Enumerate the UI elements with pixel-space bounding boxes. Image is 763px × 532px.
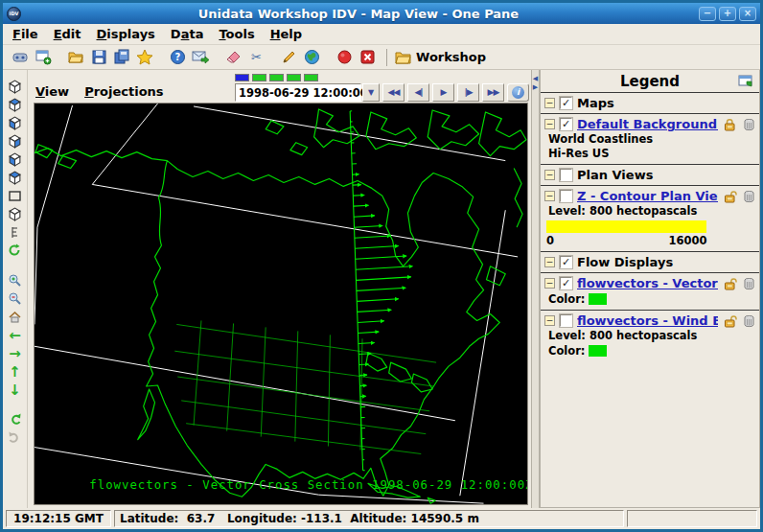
visibility-checkbox[interactable]: ✓	[560, 97, 572, 109]
collapse-legend-icon[interactable]: ◀	[533, 76, 538, 82]
visibility-checkbox[interactable]: ✓	[560, 118, 572, 130]
vector-cross-section	[350, 111, 412, 471]
trash-icon[interactable]	[743, 314, 755, 328]
visibility-checkbox[interactable]: ✓	[560, 256, 572, 268]
menu-help[interactable]: Help	[270, 27, 302, 41]
map-3d-canvas[interactable]: flowvectors - Vector Cross Section 1998-…	[34, 103, 528, 505]
go-to-end-button[interactable]: ▶▶	[482, 83, 504, 102]
time-step-box-3[interactable]	[287, 74, 301, 81]
title-bar[interactable]: IDV Unidata Workshop IDV - Map View - On…	[3, 3, 760, 24]
trash-icon[interactable]	[743, 118, 755, 131]
unlock-icon[interactable]	[723, 277, 738, 290]
time-step-box-1[interactable]	[252, 74, 266, 81]
time-step-box-2[interactable]	[269, 74, 284, 81]
menu-displays[interactable]: Displays	[97, 27, 155, 41]
pan-up-icon[interactable]: ↑	[6, 362, 25, 381]
color-bar[interactable]	[546, 220, 706, 233]
trash-icon[interactable]	[743, 190, 755, 203]
go-to-start-button[interactable]: ◀◀	[382, 83, 405, 102]
time-dropdown-button[interactable]: ▼	[362, 83, 380, 102]
time-step-box-0[interactable]	[235, 74, 249, 81]
rotate-view-icon[interactable]	[6, 205, 25, 223]
globe-icon[interactable]	[300, 47, 323, 68]
pan-right-icon[interactable]: →	[6, 344, 25, 362]
unlock-icon[interactable]	[723, 190, 738, 203]
legend-item: −✓ Default Background M... World Coastli…	[541, 114, 759, 164]
float-legend-icon[interactable]	[738, 75, 755, 89]
support-request-icon[interactable]	[189, 47, 212, 68]
workshop-folder-button[interactable]: Workshop	[395, 50, 486, 64]
view-bottom-icon[interactable]	[6, 114, 25, 132]
collapse-icon[interactable]: −	[544, 191, 555, 201]
display-control-link[interactable]: Z - Contour Plan View	[577, 189, 718, 203]
save-icon[interactable]	[87, 47, 110, 68]
section-label: Maps	[577, 96, 614, 110]
view-left-icon[interactable]	[6, 150, 25, 169]
map-menu-view[interactable]: View	[35, 84, 69, 99]
collapse-icon[interactable]: −	[544, 170, 555, 180]
lock-icon[interactable]	[723, 118, 738, 131]
close-button[interactable]: ×	[739, 7, 756, 21]
play-button[interactable]: ▶	[432, 83, 454, 102]
minimize-button[interactable]: −	[699, 7, 716, 21]
folder-icon	[395, 50, 411, 64]
auto-rotate-icon[interactable]	[6, 242, 25, 260]
pan-down-icon[interactable]: ↓	[6, 381, 25, 399]
record-icon[interactable]	[333, 47, 356, 68]
flat-view-icon[interactable]	[6, 187, 25, 205]
step-back-button[interactable]: ◀|	[407, 83, 429, 102]
menu-tools[interactable]: Tools	[219, 27, 254, 41]
time-field[interactable]: 1998-06-29 12:00:00Z	[235, 83, 361, 102]
display-control-link[interactable]: flowvectors - Vector C...	[577, 276, 718, 290]
window-title: Unidata Workshop IDV - Map View - One Pa…	[21, 7, 696, 21]
display-control-link[interactable]: Default Background M...	[577, 117, 718, 131]
maximize-button[interactable]: +	[719, 7, 736, 21]
pan-left-icon[interactable]: ←	[6, 326, 25, 344]
color-swatch[interactable]	[589, 293, 607, 305]
view-right-icon[interactable]	[6, 132, 25, 150]
new-window-icon[interactable]	[32, 47, 55, 68]
stop-icon[interactable]	[356, 47, 379, 68]
map-menu-projections[interactable]: Projections	[84, 84, 163, 99]
display-control-link[interactable]: flowvectors - Wind Ba...	[577, 313, 718, 328]
visibility-checkbox[interactable]: ✓	[560, 277, 572, 289]
visibility-checkbox[interactable]	[560, 314, 572, 327]
menu-data[interactable]: Data	[171, 27, 204, 41]
view-top-icon[interactable]	[6, 96, 25, 114]
undo-icon[interactable]	[6, 410, 25, 428]
collapse-icon[interactable]: −	[544, 119, 555, 129]
panel-splitter[interactable]: ◀ ▶	[532, 70, 540, 508]
color-swatch[interactable]	[589, 345, 607, 357]
trash-icon[interactable]	[743, 277, 755, 290]
view-front-icon[interactable]	[6, 169, 25, 187]
zoom-out-icon[interactable]	[6, 289, 25, 308]
redo-icon[interactable]	[6, 428, 25, 447]
color-bar-max: 16000	[668, 234, 706, 247]
vertical-scale-icon[interactable]	[6, 223, 25, 242]
animation-properties-button[interactable]: i	[507, 83, 529, 102]
collapse-icon[interactable]: −	[544, 315, 555, 326]
menu-edit[interactable]: Edit	[54, 27, 81, 41]
erase-icon[interactable]	[221, 47, 244, 68]
edit-icon[interactable]	[277, 47, 300, 68]
copy-icon[interactable]	[110, 47, 133, 68]
zoom-in-icon[interactable]	[6, 271, 25, 289]
view-cube-icon[interactable]	[6, 78, 25, 96]
step-forward-button[interactable]: |▶	[457, 83, 479, 102]
collapse-icon[interactable]: −	[544, 98, 555, 108]
home-view-icon[interactable]	[6, 308, 25, 326]
favorites-icon[interactable]	[133, 47, 156, 68]
cut-icon[interactable]: ✂	[244, 47, 267, 68]
collapse-icon[interactable]: −	[544, 257, 555, 267]
visibility-checkbox[interactable]	[560, 190, 572, 202]
unlock-icon[interactable]	[723, 314, 738, 328]
menu-file[interactable]: File	[12, 27, 38, 41]
expand-legend-icon[interactable]: ▶	[533, 84, 538, 91]
wireframe-box	[35, 104, 518, 503]
collapse-icon[interactable]: −	[544, 278, 555, 289]
open-file-icon[interactable]	[64, 47, 87, 68]
dashboard-icon[interactable]	[9, 47, 32, 68]
visibility-checkbox[interactable]	[560, 169, 572, 181]
help-icon[interactable]: ?	[166, 47, 189, 68]
time-step-box-4[interactable]	[304, 74, 318, 81]
